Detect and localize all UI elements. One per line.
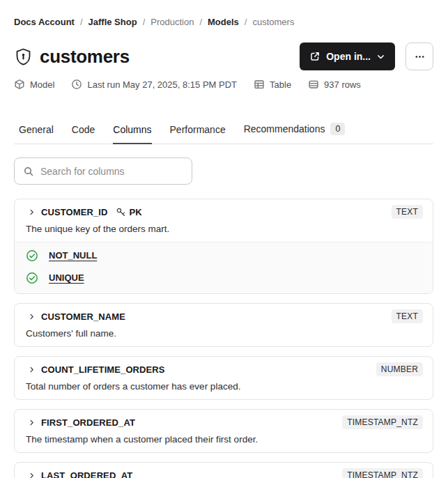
column-list: CUSTOMER_ID PK TEXT The unique key of th… [14,199,433,478]
more-options-button[interactable] [405,43,433,70]
column-type-badge: NUMBER [376,362,423,376]
meta-resource-type: Model [14,79,54,90]
key-icon [116,207,126,217]
breadcrumb-separator: / [199,17,202,28]
column-type-badge: TEXT [392,309,423,323]
check-circle-icon [26,272,38,284]
chevron-right-icon[interactable] [28,208,36,216]
external-link-icon [309,51,320,62]
column-card-last-ordered-at: LAST_ORDERED_AT TIMESTAMP_NTZ The timest… [14,462,433,478]
meta-last-run: Last run May 27, 2025, 8:15 PM PDT [71,79,237,90]
search-box[interactable] [14,157,192,185]
breadcrumb-item-account[interactable]: Docs Account [14,17,75,28]
database-rows-icon [308,79,319,90]
column-description: Customers' full name. [15,323,433,346]
page-header: customers Open in... [14,41,433,72]
column-type-badge: TIMESTAMP_NTZ [342,415,423,429]
magnifier-icon [23,166,34,177]
shield-lock-icon [14,47,33,67]
test-link-not-null[interactable]: NOT_NULL [49,250,97,261]
column-description: The unique key of the orders mart. [15,219,433,242]
check-circle-icon [26,249,38,262]
tab-bar: General Code Columns Performance Recomme… [14,123,433,144]
chevron-right-icon[interactable] [28,472,36,478]
column-card-customer-name: CUSTOMER_NAME TEXT Customers' full name. [14,303,433,347]
clock-icon [71,79,82,90]
test-link-unique[interactable]: UNIQUE [49,272,84,283]
chevron-down-icon [376,52,385,61]
column-name: COUNT_LIFETIME_ORDERS [41,364,165,375]
tab-general[interactable]: General [19,124,54,144]
column-type-badge: TIMESTAMP_NTZ [342,468,423,478]
open-in-label: Open in... [326,51,371,62]
column-name: CUSTOMER_ID [41,207,107,217]
meta-label: Last run May 27, 2025, 8:15 PM PDT [87,79,237,90]
tab-label: General [19,124,54,135]
column-description: Total number of orders a customer has ev… [15,376,433,399]
column-card-count-lifetime-orders: COUNT_LIFETIME_ORDERS NUMBER Total numbe… [14,356,433,400]
column-name: CUSTOMER_NAME [41,311,125,322]
meta-row-count: 937 rows [308,79,361,90]
page-title: customers [40,46,130,68]
column-tests: NOT_NULL UNIQUE [15,242,433,293]
meta-label: 937 rows [324,79,361,90]
model-detail-page: Docs Account / Jaffle Shop / Production … [0,0,448,478]
column-card-first-ordered-at: FIRST_ORDERED_AT TIMESTAMP_NTZ The times… [14,409,433,453]
breadcrumb-separator: / [245,17,247,28]
pk-label: PK [129,207,141,217]
primary-key-indicator: PK [116,207,141,217]
breadcrumb-separator: / [80,17,83,28]
meta-materialization: Table [254,79,291,90]
meta-label: Model [30,79,54,90]
tab-label: Columns [113,124,151,135]
table-grid-icon [254,79,265,90]
tab-code[interactable]: Code [72,124,95,144]
breadcrumb-separator: / [143,17,146,28]
open-in-button[interactable]: Open in... [300,43,395,70]
breadcrumb-item-project[interactable]: Jaffle Shop [88,17,137,28]
cube-model-icon [14,79,25,90]
tab-recommendations[interactable]: Recommendations 0 [244,123,346,144]
meta-label: Table [270,79,291,90]
column-description: The timestamp when a customer placed the… [15,429,433,452]
chevron-right-icon[interactable] [28,419,36,426]
column-name: FIRST_ORDERED_AT [41,417,135,428]
chevron-right-icon[interactable] [28,313,36,321]
breadcrumb: Docs Account / Jaffle Shop / Production … [14,17,433,28]
chevron-right-icon[interactable] [28,366,36,373]
tab-label: Code [72,124,95,135]
search-input[interactable] [40,166,183,177]
column-card-customer-id: CUSTOMER_ID PK TEXT The unique key of th… [14,199,433,294]
recommendations-count-badge: 0 [330,123,345,135]
tab-performance[interactable]: Performance [170,124,226,144]
column-name: LAST_ORDERED_AT [41,470,132,478]
test-row: NOT_NULL [26,249,422,262]
ellipsis-icon [414,51,426,63]
column-type-badge: TEXT [392,205,423,219]
breadcrumb-item-current: customers [252,17,294,28]
tab-columns[interactable]: Columns [113,124,151,144]
tab-label: Performance [170,124,226,135]
breadcrumb-item-models[interactable]: Models [208,17,239,28]
tab-label: Recommendations [244,123,325,134]
breadcrumb-item-environment[interactable]: Production [150,17,194,28]
test-row: UNIQUE [26,271,422,284]
metadata-row: Model Last run May 27, 2025, 8:15 PM PDT… [14,79,433,90]
